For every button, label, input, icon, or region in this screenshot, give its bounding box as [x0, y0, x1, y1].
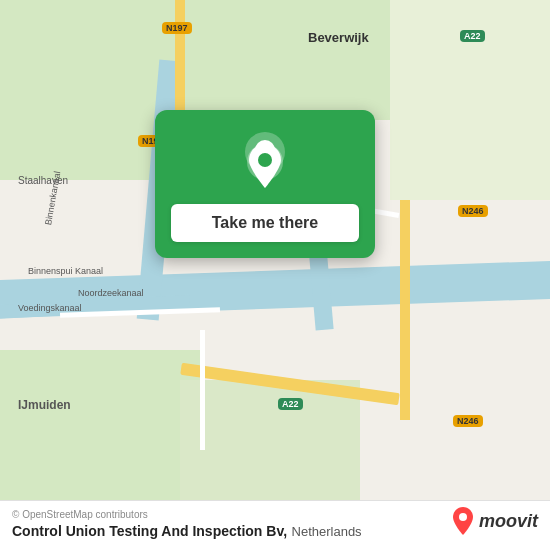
svg-point-4	[258, 153, 272, 167]
moovit-brand-text: moovit	[479, 511, 538, 532]
moovit-logo: moovit	[451, 506, 538, 536]
badge-a22-bot: A22	[278, 398, 303, 410]
badge-n197-top: N197	[162, 22, 192, 34]
take-me-there-button[interactable]: Take me there	[171, 204, 359, 242]
location-country: Netherlands	[292, 524, 362, 539]
badge-n246-top: N246	[458, 205, 488, 217]
label-noordzee: Noordzeekanaal	[78, 288, 144, 298]
label-voedkanaal: Voedingskanaal	[18, 303, 82, 313]
map-pin-icon	[245, 142, 285, 190]
label-ijmuiden: IJmuiden	[18, 398, 71, 412]
green-area-2	[200, 0, 400, 120]
location-name: Control Union Testing And Inspection Bv,	[12, 523, 287, 539]
badge-a22-top: A22	[460, 30, 485, 42]
road-n246	[400, 200, 410, 420]
road-white-2	[200, 330, 205, 450]
label-binnenspr: Binnenspui Kanaal	[28, 266, 103, 276]
label-beverwijk: Beverwijk	[308, 30, 369, 45]
moovit-pin-icon	[451, 506, 475, 536]
location-card: Take me there	[155, 110, 375, 258]
badge-n246-bot: N246	[453, 415, 483, 427]
map-container: N197 N197 A22 N246 N246 A22 N202 Beverwi…	[0, 0, 550, 550]
svg-point-5	[459, 513, 467, 521]
